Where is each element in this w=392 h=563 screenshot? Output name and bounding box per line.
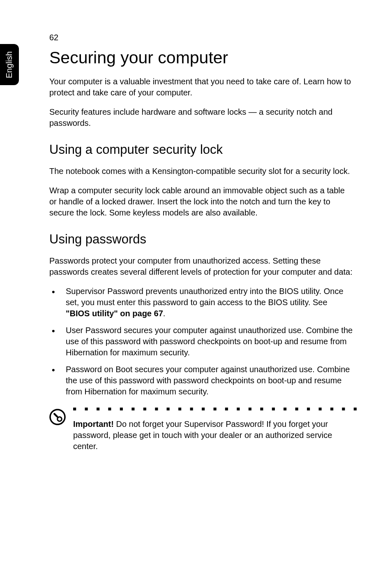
section-heading-passwords: Using passwords — [49, 232, 353, 246]
important-note-text: Important! Do not forget your Supervisor… — [73, 419, 353, 452]
important-note: ■ ■ ■ ■ ■ ■ ■ ■ ■ ■ ■ ■ ■ ■ ■ ■ ■ ■ ■ ■ … — [49, 407, 353, 452]
dotted-divider: ■ ■ ■ ■ ■ ■ ■ ■ ■ ■ ■ ■ ■ ■ ■ ■ ■ ■ ■ ■ … — [73, 407, 361, 410]
intro-paragraph-2: Security features include hardware and s… — [49, 107, 353, 129]
language-tab-label: English — [5, 51, 14, 78]
list-item: Supervisor Password prevents unauthorize… — [49, 286, 353, 319]
important-label: Important! — [73, 419, 114, 429]
bullet-text-post: . — [163, 309, 166, 318]
tip-icon — [49, 409, 66, 425]
bullet-text: Password on Boot secures your computer a… — [66, 365, 350, 396]
passwords-paragraph-1: Passwords protect your computer from una… — [49, 255, 353, 278]
content-area: Securing your computer Your computer is … — [49, 49, 353, 452]
section-heading-security-lock: Using a computer security lock — [49, 143, 353, 157]
page-number: 62 — [49, 33, 58, 42]
list-item: User Password secures your computer agai… — [49, 325, 353, 358]
intro-paragraph-1: Your computer is a valuable investment t… — [49, 76, 353, 98]
security-lock-paragraph-1: The notebook comes with a Kensington-com… — [49, 166, 353, 177]
bullet-text: Supervisor Password prevents unauthorize… — [66, 287, 344, 307]
document-page: English 62 Securing your computer Your c… — [0, 0, 392, 563]
security-lock-paragraph-2: Wrap a computer security lock cable arou… — [49, 185, 353, 218]
bullet-link-text: "BIOS utility" on page 67 — [66, 309, 163, 318]
page-title: Securing your computer — [49, 49, 353, 67]
bullet-text: User Password secures your computer agai… — [66, 326, 353, 357]
passwords-bullet-list: Supervisor Password prevents unauthorize… — [49, 286, 353, 397]
language-tab: English — [0, 44, 19, 85]
list-item: Password on Boot secures your computer a… — [49, 364, 353, 397]
